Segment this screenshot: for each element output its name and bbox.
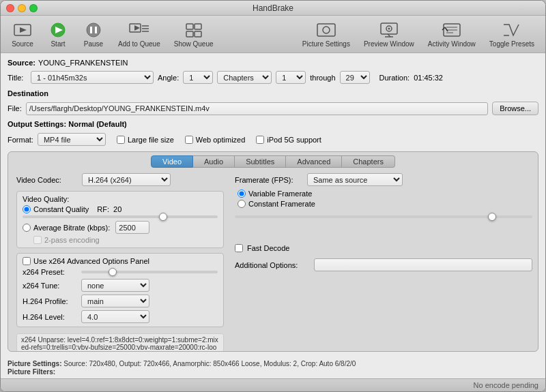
destination-row: File: Browse... <box>8 102 538 115</box>
status-text: No encode pending <box>474 381 538 389</box>
ipod-checkbox[interactable] <box>256 136 264 144</box>
level-label: H.264 Level: <box>23 313 77 321</box>
duration-value: 01:45:32 <box>414 74 443 82</box>
web-optimized-checkbox[interactable] <box>185 136 193 144</box>
fast-decode-checkbox[interactable] <box>235 244 243 252</box>
maximize-button[interactable] <box>29 4 38 12</box>
tab-audio[interactable]: Audio <box>193 155 235 168</box>
chapters-select[interactable]: Chapters <box>217 71 272 84</box>
web-optimized-checkbox-label[interactable]: Web optimized <box>185 136 246 144</box>
activity-window-button[interactable]: Activity Window <box>422 18 481 50</box>
rf-label: RF: <box>97 205 109 213</box>
format-select[interactable]: MP4 file <box>38 133 106 146</box>
advanced-grid: x264 Preset: x264 Tune: none <box>23 268 218 323</box>
large-file-checkbox-label[interactable]: Large file size <box>117 136 174 144</box>
pause-label: Pause <box>84 40 103 48</box>
right-slider-thumb <box>488 213 496 221</box>
advanced-options-checkbox[interactable] <box>23 257 31 265</box>
x264-unparse: x264 Unparse: level=4.0:ref=1:8x8dct=0:w… <box>16 333 224 351</box>
additional-options-input[interactable] <box>314 258 532 271</box>
title-select[interactable]: 1 - 01h45m32s <box>31 71 154 84</box>
two-pass-checkbox[interactable] <box>33 236 42 244</box>
svg-rect-12 <box>186 24 193 29</box>
status-bar: No encode pending <box>1 378 545 391</box>
variable-framerate-row: Variable Framerate <box>238 190 532 198</box>
constant-framerate-label: Constant Framerate <box>248 200 315 208</box>
svg-point-17 <box>323 27 330 33</box>
web-optimized-label: Web optimized <box>196 136 246 144</box>
show-queue-icon <box>183 20 205 40</box>
ipod-label: iPod 5G support <box>267 136 321 144</box>
tab-advanced[interactable]: Advanced <box>286 155 342 168</box>
fps-select[interactable]: Same as source <box>307 173 403 186</box>
additional-options-row: Additional Options: <box>235 258 532 271</box>
constant-quality-radio[interactable] <box>23 205 31 213</box>
tab-subtitles[interactable]: Subtitles <box>235 155 286 168</box>
add-to-queue-button[interactable]: Add to Queue <box>113 18 166 50</box>
toggle-presets-label: Toggle Presets <box>489 40 534 48</box>
file-path-input[interactable] <box>26 102 488 115</box>
tab-video[interactable]: Video <box>151 155 193 168</box>
picture-settings-label: Picture Settings <box>302 40 350 48</box>
constant-framerate-radio[interactable] <box>238 200 246 208</box>
duration-label: Duration: <box>379 74 410 82</box>
quality-slider-container <box>23 215 218 218</box>
right-slider[interactable] <box>235 215 532 218</box>
fast-decode-label: Fast Decode <box>247 244 289 252</box>
large-file-checkbox[interactable] <box>117 136 125 144</box>
show-queue-label: Show Queue <box>174 40 214 48</box>
start-button[interactable]: Start <box>42 18 74 50</box>
quality-label: Video Quality: <box>23 195 218 203</box>
svg-rect-13 <box>195 24 201 29</box>
profile-label: H.264 Profile: <box>23 297 77 305</box>
toolbar: Source Start Pause <box>1 16 545 53</box>
file-label: File: <box>8 104 22 112</box>
picture-settings-button[interactable]: Picture Settings <box>297 18 356 50</box>
output-settings-label: Output Settings: Normal (Default) <box>8 120 127 128</box>
add-to-queue-label: Add to Queue <box>118 40 160 48</box>
profile-select[interactable]: main <box>81 295 149 307</box>
svg-rect-5 <box>90 27 92 33</box>
source-button[interactable]: Source <box>6 18 39 50</box>
activity-window-label: Activity Window <box>428 40 476 48</box>
angle-select[interactable]: 1 <box>183 71 213 84</box>
profile-row: H.264 Profile: main <box>23 295 218 307</box>
rf-value: 20 <box>113 205 121 213</box>
avg-bitrate-radio[interactable] <box>23 224 31 232</box>
source-label: Source <box>12 40 33 48</box>
advanced-options-label: Use x264 Advanced Options Panel <box>33 257 149 265</box>
bottom-info: Picture Settings: Source: 720x480, Outpu… <box>1 357 545 378</box>
preset-slider-thumb <box>109 268 117 276</box>
angle-label: Angle: <box>158 74 179 82</box>
title-label: Title: <box>8 74 27 82</box>
svg-marker-8 <box>134 25 140 31</box>
constant-quality-label: Constant Quality <box>33 205 89 213</box>
toggle-presets-button[interactable]: Toggle Presets <box>484 18 540 50</box>
chapter-from-select[interactable]: 1 <box>276 71 306 84</box>
svg-point-22 <box>388 28 390 30</box>
ipod-checkbox-label[interactable]: iPod 5G support <box>256 136 321 144</box>
quality-slider[interactable] <box>23 215 218 218</box>
show-queue-button[interactable]: Show Queue <box>169 18 219 50</box>
tune-select[interactable]: none <box>81 279 149 292</box>
codec-select[interactable]: H.264 (x264) <box>82 173 171 186</box>
preview-window-label: Preview Window <box>364 40 414 48</box>
preview-window-button[interactable]: Preview Window <box>358 18 420 50</box>
preset-slider[interactable] <box>81 271 218 273</box>
minimize-button[interactable] <box>18 4 26 12</box>
close-button[interactable] <box>6 4 14 12</box>
browse-button[interactable]: Browse... <box>492 102 538 115</box>
avg-bitrate-input[interactable] <box>115 221 149 234</box>
variable-framerate-radio[interactable] <box>238 190 246 198</box>
fps-row: Framerate (FPS): Same as source <box>235 173 532 186</box>
advanced-options-toggle-row: Use x264 Advanced Options Panel <box>23 257 218 265</box>
pause-button[interactable]: Pause <box>77 18 110 50</box>
picture-settings-info-value: Source: 720x480, Output: 720x466, Anamor… <box>63 360 356 367</box>
avg-bitrate-row: Average Bitrate (kbps): <box>23 221 218 234</box>
title-row: Title: 1 - 01h45m32s Angle: 1 Chapters 1… <box>8 71 538 84</box>
chapter-to-select[interactable]: 29 <box>340 71 370 84</box>
toggle-presets-icon <box>501 20 523 40</box>
level-select[interactable]: 4.0 <box>81 310 149 323</box>
window-title: HandBrake <box>253 3 293 13</box>
tab-chapters[interactable]: Chapters <box>342 155 395 168</box>
